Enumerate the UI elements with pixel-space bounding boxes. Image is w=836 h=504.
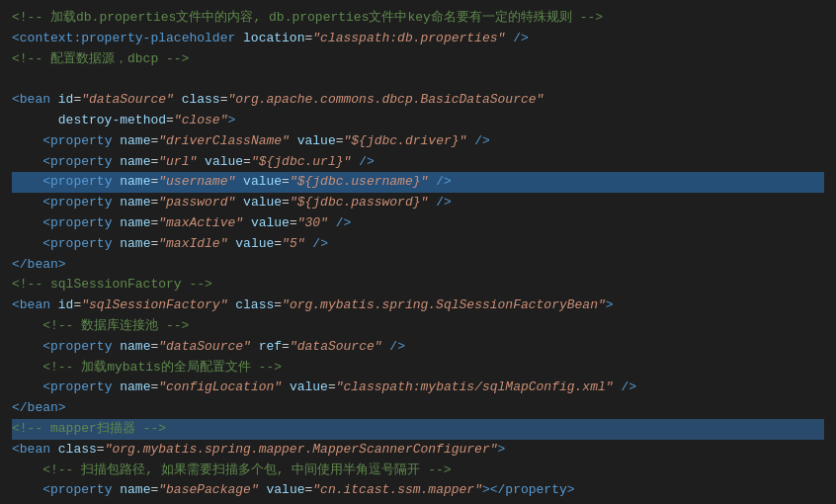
code-line: <!-- mapper扫描器 --> bbox=[12, 419, 824, 440]
code-line: <property name="username" value="${jdbc.… bbox=[12, 172, 824, 193]
code-line: <!-- 配置数据源，dbcp --> bbox=[12, 49, 824, 70]
code-line: <bean class="org.mybatis.spring.mapper.M… bbox=[12, 440, 824, 461]
code-content: <!-- 加载db.properties文件中的内容, db.propertie… bbox=[12, 8, 824, 504]
code-line: <property name="basePackage" value="cn.i… bbox=[12, 480, 824, 501]
code-line: <!-- 数据库连接池 --> bbox=[12, 316, 824, 337]
code-line: <property name="dataSource" ref="dataSou… bbox=[12, 337, 824, 358]
code-line: <property name="driverClassName" value="… bbox=[12, 131, 824, 152]
code-line: <property name="maxIdle" value="5" /> bbox=[12, 234, 824, 255]
code-line: <property name="maxActive" value="30" /> bbox=[12, 213, 824, 234]
code-line: <bean id="dataSource" class="org.apache.… bbox=[12, 90, 824, 111]
code-line: <!-- 加载db.properties文件中的内容, db.propertie… bbox=[12, 8, 824, 29]
code-line: destroy-method="close"> bbox=[12, 111, 824, 131]
code-line: <context:property-placeholder location="… bbox=[12, 29, 824, 49]
code-line: <property name="configLocation" value="c… bbox=[12, 378, 824, 398]
code-line: <!-- 扫描包路径, 如果需要扫描多个包, 中间使用半角逗号隔开 --> bbox=[12, 461, 824, 481]
code-line: </bean> bbox=[12, 255, 824, 276]
code-line: <!-- sqlSessionFactory --> bbox=[12, 275, 824, 295]
code-line: <property name="password" value="${jdbc.… bbox=[12, 193, 824, 213]
code-line: <!-- 加载mybatis的全局配置文件 --> bbox=[12, 358, 824, 378]
code-line: <property name="url" value="${jdbc.url}"… bbox=[12, 152, 824, 173]
code-line bbox=[12, 69, 824, 90]
code-line: <bean id="sqlSessionFactory" class="org.… bbox=[12, 295, 824, 316]
code-editor: <!-- 加载db.properties文件中的内容, db.propertie… bbox=[0, 0, 836, 504]
code-line: </bean> bbox=[12, 398, 824, 419]
